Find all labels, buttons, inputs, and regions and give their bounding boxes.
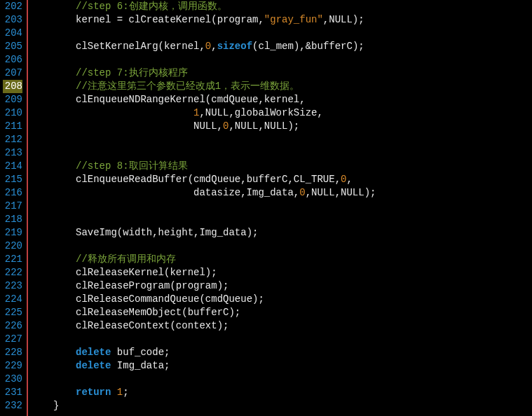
code-token: 1 xyxy=(117,387,123,398)
code-token: clEnqueueNDRangeKernel(cmdQueue,kernel, xyxy=(76,94,306,105)
code-line[interactable] xyxy=(31,240,376,253)
code-token: ,NULL,NULL); xyxy=(229,120,299,132)
code-token: , xyxy=(211,41,217,52)
code-line[interactable]: clReleaseContext(context); xyxy=(31,319,376,333)
code-token: //step 8:取回计算结果 xyxy=(76,160,188,172)
code-token: 0 xyxy=(299,187,305,198)
code-line[interactable]: clEnqueueNDRangeKernel(cmdQueue,kernel, xyxy=(31,93,376,106)
code-token: clReleaseProgram(program); xyxy=(76,280,229,291)
code-token: SaveImg(width,height,Img_data); xyxy=(76,227,258,238)
code-token: "gray_fun" xyxy=(264,14,323,25)
line-number: 209 xyxy=(3,93,22,106)
code-token: delete xyxy=(76,360,111,371)
code-token: clReleaseMemObject(bufferC); xyxy=(76,307,240,318)
line-number: 206 xyxy=(3,53,22,67)
line-number: 220 xyxy=(3,240,22,253)
line-number: 223 xyxy=(3,279,22,293)
code-line[interactable]: //step 7:执行内核程序 xyxy=(31,67,376,80)
code-line[interactable] xyxy=(31,146,376,160)
code-token: , xyxy=(346,174,352,185)
line-number: 229 xyxy=(3,359,22,373)
code-token: (cl_mem),&bufferC); xyxy=(252,41,364,52)
code-line[interactable]: datasize,Img_data,0,NULL,NULL); xyxy=(31,186,376,200)
code-area[interactable]: //step 6:创建内核，调用函数。kernel = clCreateKern… xyxy=(28,0,376,416)
code-line[interactable] xyxy=(31,373,376,386)
code-token: } xyxy=(53,400,59,411)
code-line[interactable]: //释放所有调用和内存 xyxy=(31,253,376,266)
code-line[interactable] xyxy=(31,213,376,226)
line-number: 212 xyxy=(3,133,22,146)
line-number: 213 xyxy=(3,146,22,160)
code-token: clSetKernelArg(kernel, xyxy=(76,41,205,52)
code-token: clEnqueueReadBuffer(cmdQueue,bufferC,CL_… xyxy=(76,174,341,185)
code-line[interactable]: clReleaseCommandQueue(cmdQueue); xyxy=(31,293,376,306)
line-number: 214 xyxy=(3,160,22,173)
code-line[interactable] xyxy=(31,333,376,346)
code-line[interactable]: clEnqueueReadBuffer(cmdQueue,bufferC,CL_… xyxy=(31,173,376,186)
code-line[interactable]: kernel = clCreateKernel(program,"gray_fu… xyxy=(31,13,376,27)
code-line[interactable]: clSetKernelArg(kernel,0,sizeof(cl_mem),&… xyxy=(31,40,376,53)
code-line[interactable] xyxy=(31,133,376,146)
code-token: Img_data; xyxy=(111,360,170,371)
line-number: 217 xyxy=(3,200,22,213)
code-line[interactable]: //step 6:创建内核，调用函数。 xyxy=(31,0,376,13)
code-token: ,NULL,globalWorkSize, xyxy=(199,107,322,118)
line-number: 210 xyxy=(3,106,22,120)
code-line[interactable]: clReleaseMemObject(bufferC); xyxy=(31,306,376,319)
line-number-gutter: 2022032042052062072082092102112122132142… xyxy=(0,0,27,416)
line-number: 203 xyxy=(3,13,22,27)
code-line[interactable]: delete Img_data; xyxy=(31,359,376,373)
code-token xyxy=(111,387,116,398)
line-number: 207 xyxy=(3,67,22,80)
line-number: 221 xyxy=(3,253,22,266)
code-line[interactable]: clReleaseProgram(program); xyxy=(31,279,376,293)
code-line[interactable]: NULL,0,NULL,NULL); xyxy=(31,120,376,133)
line-number: 218 xyxy=(3,213,22,226)
code-token: clReleaseContext(context); xyxy=(76,320,229,331)
line-number: 202 xyxy=(3,0,22,13)
line-number: 219 xyxy=(3,226,22,240)
code-line[interactable]: clReleaseKernel(kernel); xyxy=(31,266,376,279)
code-line[interactable]: SaveImg(width,height,Img_data); xyxy=(31,226,376,240)
code-line[interactable]: delete buf_code; xyxy=(31,346,376,359)
code-line[interactable]: //注意这里第三个参数已经改成1，表示一维数据。 xyxy=(31,80,376,93)
code-token: kernel = clCreateKernel(program, xyxy=(76,14,264,25)
code-token: //step 7:执行内核程序 xyxy=(76,67,188,78)
code-line[interactable]: //step 8:取回计算结果 xyxy=(31,160,376,173)
line-number: 230 xyxy=(3,373,22,386)
line-number: 215 xyxy=(3,173,22,186)
code-line[interactable] xyxy=(31,200,376,213)
line-number: 224 xyxy=(3,293,22,306)
line-number: 226 xyxy=(3,319,22,333)
code-token: clReleaseKernel(kernel); xyxy=(76,267,217,278)
code-token: 0 xyxy=(205,41,211,52)
code-line[interactable] xyxy=(31,27,376,40)
line-number: 227 xyxy=(3,333,22,346)
code-line[interactable]: return 1; xyxy=(31,386,376,399)
code-line[interactable]: } xyxy=(31,399,376,412)
code-token: //注意这里第三个参数已经改成1，表示一维数据。 xyxy=(76,81,299,92)
line-number: 222 xyxy=(3,266,22,279)
code-token: delete xyxy=(76,347,111,358)
code-token: return xyxy=(76,387,111,398)
line-number: 208 xyxy=(3,80,22,93)
code-token: buf_code; xyxy=(111,347,170,358)
code-token: //step 6:创建内核，调用函数。 xyxy=(76,1,227,12)
code-token: sizeof xyxy=(217,41,252,52)
code-token: //释放所有调用和内存 xyxy=(76,254,176,265)
code-token: ,NULL); xyxy=(323,14,364,25)
code-token: datasize,Img_data, xyxy=(193,187,299,198)
code-token: clReleaseCommandQueue(cmdQueue); xyxy=(76,293,264,305)
line-number: 231 xyxy=(3,386,22,399)
code-line[interactable]: 1,NULL,globalWorkSize, xyxy=(31,106,376,120)
line-number: 205 xyxy=(3,40,22,53)
line-number: 216 xyxy=(3,186,22,200)
code-token: ,NULL,NULL); xyxy=(306,187,376,198)
line-number: 204 xyxy=(3,27,22,40)
code-editor[interactable]: 2022032042052062072082092102112122132142… xyxy=(0,0,532,416)
line-number: 228 xyxy=(3,346,22,359)
code-line[interactable] xyxy=(31,53,376,67)
line-number: 211 xyxy=(3,120,22,133)
code-token: NULL, xyxy=(193,120,223,132)
line-number: 232 xyxy=(3,399,22,412)
